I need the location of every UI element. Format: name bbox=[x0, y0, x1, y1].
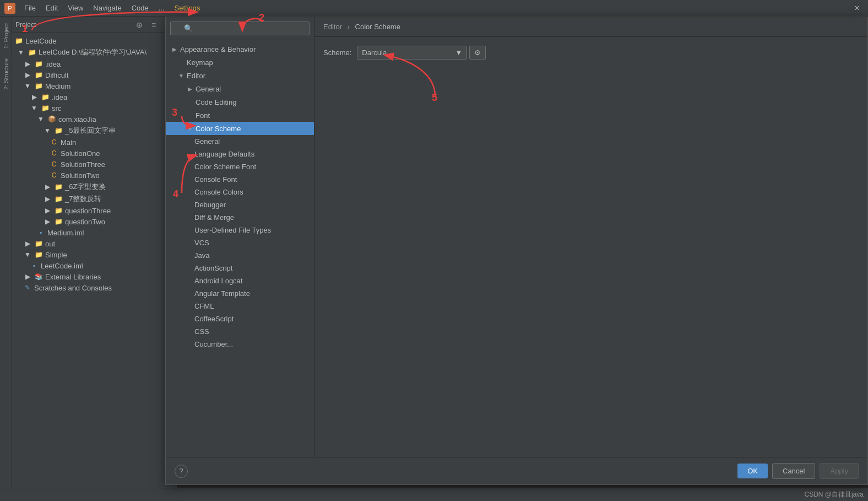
tab-structure[interactable]: 2: Structure bbox=[2, 54, 10, 94]
breadcrumb: Editor › Color Scheme bbox=[314, 17, 867, 37]
tree-main[interactable]: C Main bbox=[12, 137, 177, 148]
tree-difficult[interactable]: ▶ 📁 Difficult bbox=[12, 69, 177, 80]
ok-button[interactable]: OK bbox=[737, 464, 768, 478]
tree-idea[interactable]: ▶ 📁 .idea bbox=[12, 58, 177, 69]
sidebar-layout-btn[interactable]: ≡ bbox=[148, 19, 159, 30]
expand-icon: ▼ bbox=[17, 48, 25, 57]
folder-icon: 📁 bbox=[54, 126, 63, 135]
java-icon: C bbox=[50, 160, 58, 169]
scheme-label: Scheme: bbox=[323, 49, 351, 57]
folder-icon: 📁 bbox=[34, 82, 43, 90]
tab-project[interactable]: 1: Project bbox=[2, 19, 10, 53]
title-bar: P File Edit View Navigate Code ... Setti… bbox=[0, 0, 868, 17]
iml-icon: ▪ bbox=[36, 228, 45, 237]
settings-item-cs-general[interactable]: General bbox=[166, 135, 314, 148]
settings-main: Scheme: Darcula ▼ ⚙ bbox=[314, 37, 867, 457]
no-expand-icon bbox=[186, 111, 194, 120]
settings-item-keymap[interactable]: Keymap bbox=[166, 56, 314, 69]
settings-item-coffeescript[interactable]: CoffeeScript bbox=[166, 313, 314, 325]
settings-item-color-scheme[interactable]: ▼ Color Scheme bbox=[166, 122, 314, 135]
menu-settings[interactable]: Settings bbox=[170, 2, 205, 14]
tree-out[interactable]: ▶ 📁 out bbox=[12, 238, 177, 249]
settings-item-cs-font[interactable]: Color Scheme Font bbox=[166, 160, 314, 173]
settings-item-editor[interactable]: ▼ Editor bbox=[166, 69, 314, 82]
tree-solution-two[interactable]: C SolutionTwo bbox=[12, 170, 177, 181]
menu-code[interactable]: Code bbox=[127, 2, 153, 14]
tree-5-palindrome[interactable]: ▼ 📁 _5最长回文字串 bbox=[12, 125, 177, 137]
expand-icon: ▼ bbox=[23, 250, 32, 259]
settings-item-diff-merge[interactable]: Diff & Merge bbox=[166, 211, 314, 224]
breadcrumb-current: Color Scheme bbox=[355, 23, 400, 31]
apply-button[interactable]: Apply bbox=[820, 463, 859, 479]
scheme-gear-button[interactable]: ⚙ bbox=[469, 46, 486, 60]
settings-item-cucumber[interactable]: Cucumber... bbox=[166, 338, 314, 351]
collapse-icon: ▶ bbox=[170, 45, 179, 53]
lib-icon: 📚 bbox=[34, 272, 43, 281]
menu-more[interactable]: ... bbox=[154, 2, 169, 14]
menu-bar: P File Edit View Navigate Code ... Setti… bbox=[4, 2, 205, 14]
settings-item-lang-defaults[interactable]: Language Defaults bbox=[166, 148, 314, 160]
no-expand-icon bbox=[177, 58, 186, 67]
tree-com-xiaojia[interactable]: ▼ 📦 com.xiaoJia bbox=[12, 114, 177, 125]
help-button[interactable]: ? bbox=[175, 465, 188, 478]
iml-icon: ▪ bbox=[30, 261, 39, 270]
tree-qtwo[interactable]: ▶ 📁 questionTwo bbox=[12, 216, 177, 227]
package-icon: 📦 bbox=[47, 115, 56, 123]
expand-icon: ▼ bbox=[36, 115, 45, 123]
expand-icon: ▶ bbox=[23, 239, 32, 248]
sidebar-add-btn[interactable]: ⊕ bbox=[134, 19, 145, 30]
tree-medium-idea[interactable]: ▶ 📁 .idea bbox=[12, 91, 177, 103]
app-icon: P bbox=[4, 3, 15, 14]
folder-icon: 📁 bbox=[28, 48, 36, 57]
settings-item-user-file-types[interactable]: User-Defined File Types bbox=[166, 224, 314, 236]
settings-item-cfml[interactable]: CFML bbox=[166, 300, 314, 313]
menu-navigate[interactable]: Navigate bbox=[89, 2, 126, 14]
settings-item-font[interactable]: Font bbox=[166, 109, 314, 122]
tree-leetcode-root[interactable]: 📁 LeetCode bbox=[12, 35, 177, 46]
cancel-button[interactable]: Cancel bbox=[772, 463, 815, 479]
tree-leetcode-dir[interactable]: ▼ 📁 LeetCode D:\编程软件\学习\JAVA\ bbox=[12, 46, 177, 58]
tree-solution-one[interactable]: C SolutionOne bbox=[12, 148, 177, 159]
java-icon: C bbox=[50, 149, 58, 158]
scheme-select[interactable]: Darcula ▼ bbox=[357, 46, 467, 60]
settings-item-general[interactable]: ▶ General bbox=[166, 82, 314, 95]
scheme-row: Scheme: Darcula ▼ ⚙ bbox=[323, 46, 859, 60]
tree-6z[interactable]: ▶ 📁 _6Z字型变换 bbox=[12, 181, 177, 193]
menu-file[interactable]: File bbox=[20, 2, 40, 14]
expand-icon: ▶ bbox=[23, 272, 32, 281]
settings-item-java[interactable]: Java bbox=[166, 249, 314, 262]
tree-simple[interactable]: ▼ 📁 Simple bbox=[12, 249, 177, 260]
close-button[interactable]: × bbox=[851, 3, 862, 14]
settings-item-debugger[interactable]: Debugger bbox=[166, 198, 314, 211]
settings-item-android-logcat[interactable]: Android Logcat bbox=[166, 274, 314, 287]
tree-src[interactable]: ▼ 📁 src bbox=[12, 103, 177, 114]
tree-medium-iml[interactable]: ▪ Medium.iml bbox=[12, 227, 177, 238]
settings-item-actionscript[interactable]: ActionScript bbox=[166, 262, 314, 274]
dialog-body: ▶ Appearance & Behavior Keymap ▼ Editor … bbox=[166, 17, 867, 457]
status-bar: CSDN @自律且java bbox=[0, 488, 868, 501]
tree-7int[interactable]: ▶ 📁 _7整数反转 bbox=[12, 193, 177, 205]
scheme-dropdown: Darcula ▼ ⚙ bbox=[357, 46, 486, 60]
settings-tree-content: ▶ Appearance & Behavior Keymap ▼ Editor … bbox=[166, 40, 314, 457]
settings-item-appearance[interactable]: ▶ Appearance & Behavior bbox=[166, 42, 314, 56]
settings-item-vcs[interactable]: VCS bbox=[166, 236, 314, 249]
settings-item-console-colors[interactable]: Console Colors bbox=[166, 186, 314, 198]
tree-leetcode-iml[interactable]: ▪ LeetCode.iml bbox=[12, 260, 177, 271]
settings-item-console-font[interactable]: Console Font bbox=[166, 173, 314, 186]
settings-item-angular[interactable]: Angular Template bbox=[166, 287, 314, 300]
settings-search-input[interactable] bbox=[170, 21, 310, 35]
tree-external-libs[interactable]: ▶ 📚 External Libraries bbox=[12, 271, 177, 282]
tree-solution-three[interactable]: C SolutionThree bbox=[12, 159, 177, 170]
settings-item-css[interactable]: CSS bbox=[166, 325, 314, 338]
settings-item-code-editing[interactable]: Code Editing bbox=[166, 95, 314, 109]
tree-scratches[interactable]: ✎ Scratches and Consoles bbox=[12, 282, 177, 293]
menu-edit[interactable]: Edit bbox=[41, 2, 62, 14]
expand-icon: ▶ bbox=[186, 84, 194, 93]
java-icon: C bbox=[50, 138, 58, 147]
settings-dialog: ▶ Appearance & Behavior Keymap ▼ Editor … bbox=[165, 17, 868, 485]
tree-qthree[interactable]: ▶ 📁 questionThree bbox=[12, 205, 177, 216]
breadcrumb-parent: Editor bbox=[323, 23, 342, 31]
tree-medium[interactable]: ▼ 📁 Medium bbox=[12, 80, 177, 91]
menu-view[interactable]: View bbox=[63, 2, 88, 14]
expand-icon: ▼ bbox=[30, 104, 39, 112]
